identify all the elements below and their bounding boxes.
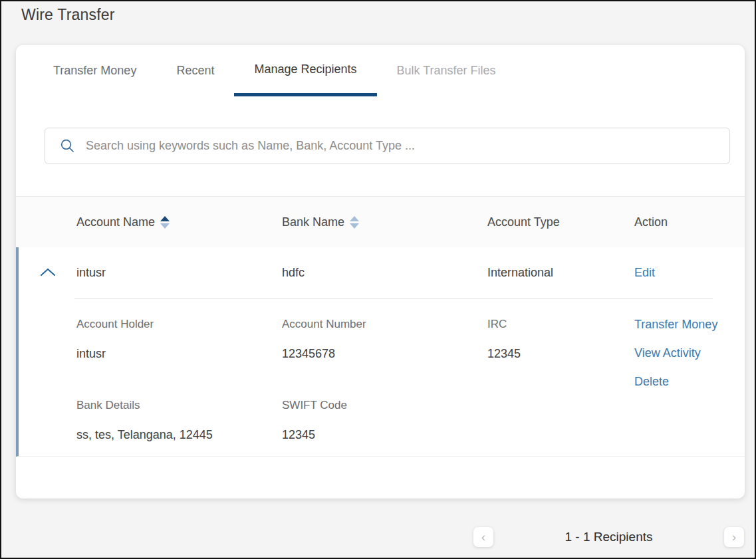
irc-value: 12345 [487, 346, 634, 361]
pagination: ‹ 1 - 1 Recipients › [473, 527, 744, 547]
header-account-name-label: Account Name [76, 215, 155, 229]
account-holder-field: Account Holder intusr [76, 318, 282, 388]
details-row-2: Bank Details ss, tes, Telangana, 12445 S… [19, 399, 745, 442]
account-number-value: 12345678 [282, 346, 487, 361]
collapse-row-button[interactable] [19, 266, 76, 280]
transfer-money-link[interactable]: Transfer Money [634, 318, 745, 331]
table-header-row: Account Name Bank Name Account Type Acti… [16, 196, 745, 247]
row-details: Account Holder intusr Account Number 123… [19, 299, 745, 456]
bank-details-label: Bank Details [76, 399, 282, 412]
chevron-right-icon: › [732, 530, 736, 544]
tab-manage-recipients[interactable]: Manage Recipients [234, 45, 376, 96]
bank-details-field: Bank Details ss, tes, Telangana, 12445 [76, 399, 282, 442]
cell-bank-name: hdfc [282, 266, 487, 280]
header-action-label: Action [634, 215, 668, 229]
header-account-type: Account Type [487, 215, 634, 229]
search-icon [60, 138, 75, 154]
tab-transfer-money[interactable]: Transfer Money [33, 45, 156, 96]
pagination-next-button[interactable]: › [724, 527, 744, 547]
account-number-field: Account Number 12345678 [282, 318, 487, 388]
chevron-left-icon: ‹ [481, 530, 485, 544]
edit-link[interactable]: Edit [634, 266, 655, 279]
details-row-1: Account Holder intusr Account Number 123… [19, 318, 745, 388]
tab-recent[interactable]: Recent [156, 45, 234, 96]
search-input[interactable] [86, 128, 729, 164]
account-holder-value: intusr [76, 346, 282, 361]
swift-code-field: SWIFT Code 12345 [282, 399, 487, 442]
wire-transfer-card: Transfer Money Recent Manage Recipients … [16, 45, 745, 499]
header-action: Action [634, 215, 745, 229]
irc-label: IRC [487, 318, 634, 331]
header-account-type-label: Account Type [487, 215, 560, 229]
table-row[interactable]: intusr hdfc International Edit [19, 247, 745, 298]
tab-bar: Transfer Money Recent Manage Recipients … [16, 45, 745, 96]
row-action-links: Transfer Money View Activity Delete [634, 318, 745, 388]
header-bank-name-label: Bank Name [282, 215, 344, 229]
sort-icon-bank-name[interactable] [350, 216, 359, 229]
page-title: Wire Transfer [21, 6, 115, 24]
delete-link[interactable]: Delete [634, 375, 745, 388]
bank-details-value: ss, tes, Telangana, 12445 [76, 427, 282, 442]
pagination-label: 1 - 1 Recipients [565, 530, 652, 544]
account-holder-label: Account Holder [76, 318, 282, 331]
wire-transfer-window: { "page": { "title": "Wire Transfer" }, … [0, 0, 756, 559]
pagination-prev-button[interactable]: ‹ [473, 527, 493, 547]
header-account-name: Account Name [76, 215, 282, 229]
recipient-row-expanded: intusr hdfc International Edit Account H… [16, 247, 745, 457]
cell-account-type: International [487, 266, 634, 280]
search-box [45, 128, 730, 164]
irc-field: IRC 12345 [487, 318, 634, 388]
tab-bulk-transfer-files[interactable]: Bulk Transfer Files [377, 45, 516, 96]
swift-code-label: SWIFT Code [282, 399, 487, 412]
swift-code-value: 12345 [282, 427, 487, 442]
chevron-up-icon [40, 266, 56, 280]
sort-icon-account-name[interactable] [160, 216, 170, 229]
header-bank-name: Bank Name [282, 215, 487, 229]
view-activity-link[interactable]: View Activity [634, 346, 745, 360]
recipients-table: Account Name Bank Name Account Type Acti… [16, 196, 745, 457]
account-number-label: Account Number [282, 318, 487, 331]
cell-account-name: intusr [76, 266, 282, 280]
